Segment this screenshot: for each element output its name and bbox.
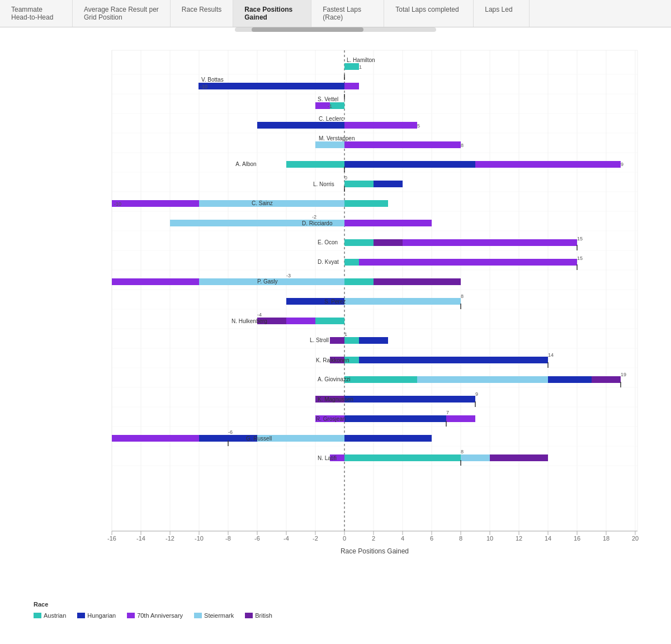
x-axis-label: 8 <box>459 535 462 542</box>
x-axis-label: -6 <box>254 535 260 542</box>
scrollbar-track[interactable] <box>235 27 436 32</box>
bar-bottas-hungarian <box>199 83 344 89</box>
value-label: -4 <box>257 312 262 318</box>
value-label: -10 <box>114 201 121 207</box>
driver-label-vettel: S. Vettel <box>318 96 338 102</box>
legend: Race Austrian Hungarian 70th Anniversary… <box>34 601 671 619</box>
driver-label-ocon: E. Ocon <box>318 239 338 245</box>
bar-albon-hungarian <box>344 161 475 168</box>
bar-stroll-austrian <box>344 337 359 344</box>
bar-giov-hungarian <box>548 376 592 383</box>
x-axis-label: -16 <box>107 535 116 542</box>
value-label: 7 <box>446 410 449 415</box>
bar-leclerc-70th <box>344 122 417 129</box>
bar-ocon-british <box>374 239 403 246</box>
legend-color-steiermark <box>194 613 202 618</box>
legend-item-hungarian: Hungarian <box>77 612 116 619</box>
value-label: 15 <box>577 236 583 242</box>
value-label: 5 <box>417 123 420 129</box>
driver-label-grosjean: R. Grosjean <box>316 416 346 422</box>
x-axis-label: -8 <box>225 535 231 542</box>
value-label: -10 <box>200 84 207 89</box>
value-label: 8 <box>461 449 464 454</box>
bar-albon-70th <box>475 161 621 168</box>
bar-russell-hungarian-right <box>344 435 432 442</box>
driver-label-raikkonen: K. Raikkonen <box>316 357 349 363</box>
tab-fastest-laps[interactable]: Fastest Laps(Race) <box>311 0 384 27</box>
value-label: 8 <box>461 293 464 299</box>
value-label: 14 <box>548 352 554 358</box>
legend-label-steiermark: Steiermark <box>204 612 234 619</box>
driver-label-magnussen: K. Magnussen <box>318 396 353 402</box>
bar-kvyat-austrian <box>344 259 359 266</box>
bar-gros-hungarian <box>344 415 446 422</box>
bar-sainz-70th <box>112 200 199 207</box>
legend-item-british: British <box>245 612 272 619</box>
bar-gasly-70th-left <box>112 278 199 285</box>
bar-giov-steiermark <box>417 376 548 383</box>
bar-giov-austrian <box>344 376 417 383</box>
legend-label-british: British <box>255 612 272 619</box>
driver-label-stroll: L. Stroll <box>310 337 329 343</box>
nav-tabs: TeammateHead-to-Head Average Race Result… <box>0 0 671 27</box>
value-label: 1 <box>359 64 362 70</box>
tab-avg-race[interactable]: Average Race Result perGrid Position <box>73 0 171 27</box>
bar-gasly-british <box>374 278 461 285</box>
x-axis-label: -12 <box>166 535 174 542</box>
bar-ocon-70th <box>403 239 577 246</box>
bar-hamilton-austrian <box>344 63 359 70</box>
scrollbar-thumb[interactable] <box>252 27 363 32</box>
x-axis-label: 16 <box>574 535 580 542</box>
value-label: 19 <box>621 372 626 377</box>
value-label: 9 <box>621 162 623 167</box>
bar-leclerc-hungarian <box>257 122 344 129</box>
driver-label-norris: L. Norris <box>313 181 334 187</box>
tab-race-positions[interactable]: Race PositionsGained <box>233 0 311 27</box>
tab-teammate[interactable]: TeammateHead-to-Head <box>0 0 73 27</box>
chart-container: .driver-label { font-size: 11px; fill: #… <box>0 36 671 595</box>
bar-ricciardo-70th <box>344 220 432 226</box>
bar-albon-austrian <box>286 161 344 168</box>
tab-laps-led[interactable]: Laps Led <box>474 0 530 27</box>
tab-race-results[interactable]: Race Results <box>171 0 233 27</box>
bar-latifi-austrian <box>344 454 461 461</box>
legend-color-hungarian <box>77 613 85 618</box>
x-axis-label: 6 <box>430 535 433 542</box>
x-axis-label: 14 <box>545 535 551 542</box>
driver-label-albon: A. Albon <box>235 161 256 167</box>
bar-sainz-austrian <box>344 200 388 207</box>
bar-mag-hungarian <box>344 396 475 402</box>
value-label: -2 <box>312 214 316 220</box>
legend-title: Race <box>34 601 671 608</box>
driver-label-latifi: N. Latifi <box>318 455 337 461</box>
tab-total-laps[interactable]: Total Laps completed <box>384 0 474 27</box>
bar-kvyat-70th <box>359 259 577 266</box>
bar-verstappen-steiermark <box>315 141 344 148</box>
bar-perez-steiermark <box>344 298 461 305</box>
legend-items: Austrian Hungarian 70th Anniversary Stei… <box>34 612 272 619</box>
x-axis-label: -2 <box>313 535 318 542</box>
bar-hulk-austrian <box>315 318 344 324</box>
value-label: 8 <box>461 143 464 148</box>
driver-label-kvyat: D. Kvyat <box>318 259 339 265</box>
legend-color-70th <box>127 613 135 618</box>
x-axis-label: 2 <box>372 535 375 542</box>
bar-stroll-hungarian <box>359 337 388 344</box>
x-axis-title: Race Positions Gained <box>341 547 409 555</box>
bar-stroll-british <box>330 337 344 344</box>
driver-label-hulkenberg: N. Hulkenberg <box>231 318 267 324</box>
value-label: -6 <box>228 429 233 435</box>
bar-bottas-70th <box>344 83 359 89</box>
legend-item-70th: 70th Anniversary <box>127 612 183 619</box>
x-axis-label: -4 <box>283 535 289 542</box>
legend-color-austrian <box>34 613 41 618</box>
x-axis-label: -10 <box>195 535 204 542</box>
bar-ocon-austrian <box>344 239 374 246</box>
bar-verstappen-70th <box>344 141 461 148</box>
value-label: 1 <box>344 332 347 337</box>
driver-label-verstappen: M. Verstappen <box>319 135 355 141</box>
legend-label-hungarian: Hungarian <box>87 612 116 619</box>
x-axis-label: 4 <box>401 535 404 542</box>
x-axis-label: 12 <box>516 535 522 542</box>
driver-label-gasly: P. Gasly <box>257 278 278 285</box>
